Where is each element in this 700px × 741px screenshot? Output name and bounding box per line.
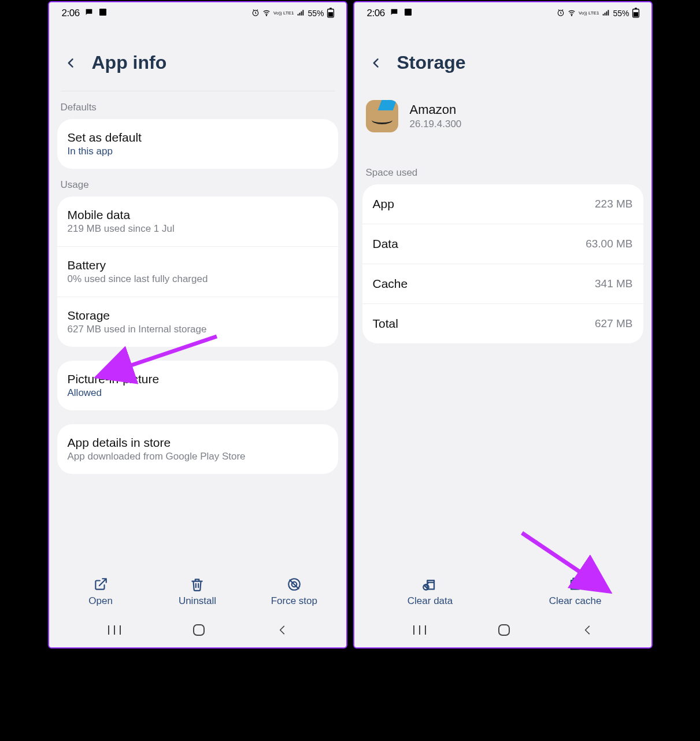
mobile-data-row[interactable]: Mobile data 219 MB used since 1 Jul [57, 197, 338, 246]
open-label: Open [88, 595, 113, 607]
total-size-row[interactable]: Total 627 MB [362, 303, 643, 343]
data-size-row[interactable]: Data 63.00 MB [362, 224, 643, 264]
wifi-icon [262, 9, 271, 18]
app-version: 26.19.4.300 [410, 118, 462, 130]
app-header: Amazon 26.19.4.300 [354, 91, 651, 146]
battery-row[interactable]: Battery 0% used since last fully charged [57, 246, 338, 297]
status-right: Vo)) LTE1 55% [251, 8, 334, 20]
usage-card: Mobile data 219 MB used since 1 Jul Batt… [57, 197, 338, 347]
back-button[interactable] [61, 53, 82, 73]
volte-label: Vo)) LTE1 [579, 11, 599, 16]
defaults-card: Set as default In this app [57, 119, 338, 169]
bottom-actions: Clear data Clear cache [354, 570, 651, 615]
svg-rect-14 [405, 9, 412, 16]
mobile-data-title: Mobile data [68, 208, 328, 222]
storage-title: Storage [68, 309, 328, 323]
nav-back[interactable] [276, 623, 288, 639]
battery-title: Battery [68, 258, 328, 272]
battery-icon [327, 8, 335, 20]
svg-point-2 [266, 15, 266, 16]
amazon-app-icon [366, 100, 398, 132]
signal-icon [296, 9, 305, 18]
signal-icon [601, 9, 610, 18]
store-card: App details in store App downloaded from… [57, 424, 338, 474]
svg-rect-0 [99, 9, 106, 16]
data-size-key: Data [373, 237, 398, 251]
set-as-default-row[interactable]: Set as default In this app [57, 119, 338, 169]
data-size-val: 63.00 MB [586, 238, 632, 250]
app-size-row[interactable]: App 223 MB [362, 184, 643, 224]
image-icon [98, 8, 108, 19]
chat-icon [84, 8, 94, 19]
chat-icon [390, 8, 399, 19]
nav-bar [49, 620, 346, 643]
force-stop-button[interactable]: Force stop [246, 577, 342, 607]
space-card: App 223 MB Data 63.00 MB Cache 341 MB To… [362, 184, 643, 343]
status-time: 2:06 [367, 8, 385, 19]
svg-rect-12 [194, 625, 204, 635]
set-as-default-title: Set as default [68, 131, 328, 145]
nav-home[interactable] [192, 623, 206, 639]
page-title: App info [92, 52, 167, 73]
svg-rect-5 [328, 12, 332, 17]
app-size-key: App [373, 197, 394, 211]
battery-percent: 55% [308, 9, 324, 18]
pip-title: Picture-in-picture [68, 372, 328, 386]
clear-data-label: Clear data [408, 595, 453, 607]
pip-row[interactable]: Picture-in-picture Allowed [57, 361, 338, 410]
svg-rect-4 [329, 8, 332, 9]
force-stop-label: Force stop [271, 595, 317, 607]
page-title: Storage [397, 52, 466, 73]
storage-row[interactable]: Storage 627 MB used in Internal storage [57, 297, 338, 347]
status-left: 2:06 [367, 8, 413, 19]
svg-rect-18 [635, 8, 637, 9]
cache-size-row[interactable]: Cache 341 MB [362, 264, 643, 303]
cache-size-key: Cache [373, 277, 408, 291]
total-size-key: Total [373, 317, 398, 331]
store-sub: App downloaded from Google Play Store [68, 451, 328, 462]
screen-app-info: 2:06 Vo)) LTE1 55% [48, 1, 347, 649]
back-button[interactable] [366, 53, 387, 73]
clear-cache-label: Clear cache [549, 595, 602, 607]
app-size-val: 223 MB [595, 198, 632, 210]
status-left: 2:06 [62, 8, 108, 19]
open-button[interactable]: Open [53, 577, 149, 607]
alarm-icon [557, 9, 565, 18]
pip-card: Picture-in-picture Allowed [57, 361, 338, 410]
store-row[interactable]: App details in store App downloaded from… [57, 424, 338, 474]
header: App info [49, 23, 346, 91]
status-time: 2:06 [62, 8, 80, 19]
bottom-actions: Open Uninstall Force stop [49, 571, 346, 615]
mobile-data-sub: 219 MB used since 1 Jul [68, 223, 328, 235]
total-size-val: 627 MB [595, 317, 632, 330]
nav-bar [354, 620, 651, 643]
svg-rect-27 [499, 625, 509, 635]
screen-storage: 2:06 Vo)) LTE1 55% Storage Amazon 26.19.… [353, 1, 653, 649]
battery-percent: 55% [613, 9, 629, 18]
set-as-default-sub: In this app [68, 146, 328, 157]
storage-sub: 627 MB used in Internal storage [68, 324, 328, 335]
battery-icon [632, 8, 640, 20]
uninstall-button[interactable]: Uninstall [149, 577, 246, 607]
pip-sub: Allowed [68, 387, 328, 399]
alarm-icon [251, 9, 260, 18]
section-usage-label: Usage [49, 169, 346, 197]
status-right: Vo)) LTE1 55% [557, 8, 639, 20]
section-defaults-label: Defaults [49, 91, 346, 119]
store-title: App details in store [68, 436, 328, 450]
cache-size-val: 341 MB [595, 277, 632, 290]
clear-cache-button[interactable]: Clear cache [503, 576, 648, 607]
nav-recents[interactable] [107, 624, 122, 638]
section-space-label: Space used [354, 146, 651, 184]
uninstall-label: Uninstall [179, 595, 216, 607]
image-icon [403, 8, 413, 19]
status-bar: 2:06 Vo)) LTE1 55% [354, 2, 651, 23]
battery-sub: 0% used since last fully charged [68, 273, 328, 285]
nav-recents[interactable] [412, 624, 427, 638]
clear-data-button[interactable]: Clear data [358, 576, 503, 607]
nav-back[interactable] [582, 623, 593, 639]
volte-label: Vo)) LTE1 [273, 11, 294, 16]
svg-point-16 [571, 15, 572, 16]
nav-home[interactable] [497, 623, 511, 639]
svg-rect-19 [633, 12, 638, 17]
